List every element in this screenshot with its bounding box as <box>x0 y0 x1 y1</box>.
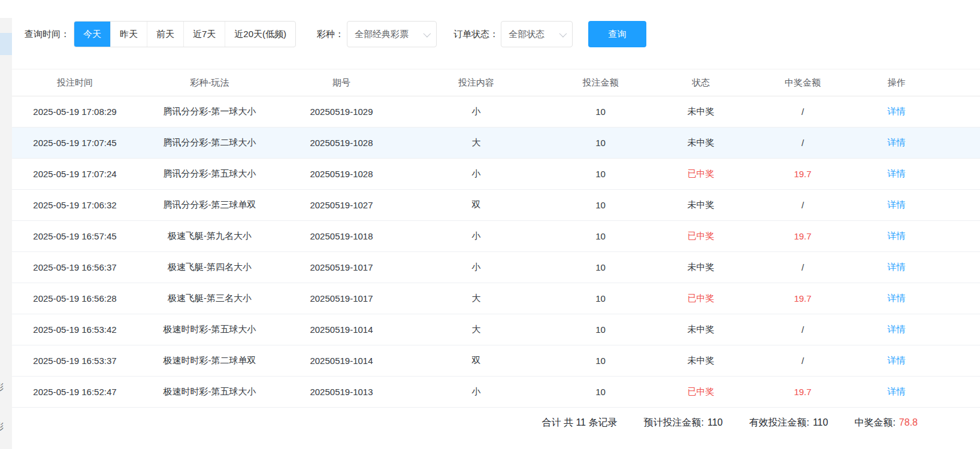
cell-issue-number: 20250519-1014 <box>310 356 373 366</box>
cell-prize: / <box>801 324 804 335</box>
cell-bet-time: 2025-05-19 17:06:32 <box>33 200 116 210</box>
table-row: 2025-05-19 16:57:45极速飞艇-第九名大小20250519-10… <box>12 221 980 252</box>
cell-lottery-play: 极速时时彩-第二球单双 <box>164 355 256 365</box>
cell-issue-number: 20250519-1018 <box>310 231 373 241</box>
cell-bet-time: 2025-05-19 16:56:28 <box>33 293 116 304</box>
time-filter-option[interactable]: 近7天 <box>183 22 225 47</box>
cell-bet-time: 2025-05-19 17:07:24 <box>33 169 116 179</box>
cell-lottery-play: 极速时时彩-第五球大小 <box>164 386 256 396</box>
cell-lottery-play: 极速飞艇-第九名大小 <box>168 230 252 241</box>
query-button[interactable]: 查询 <box>588 21 646 47</box>
cell-lottery-play: 极速飞艇-第四名大小 <box>168 262 252 272</box>
cell-bet-content: 小 <box>472 230 481 241</box>
cell-lottery-play: 极速飞艇-第三名大小 <box>168 293 252 303</box>
cell-issue-number: 20250519-1014 <box>310 324 373 335</box>
cell-issue-number: 20250519-1029 <box>310 107 373 117</box>
summary-total: 合计 共 11 条记录 <box>542 417 618 429</box>
summary-expected: 预计投注金额:110 <box>643 417 722 429</box>
summary-value: 110 <box>813 417 828 427</box>
cell-status: 未中奖 <box>688 106 715 116</box>
cell-bet-content: 小 <box>472 262 481 272</box>
cell-status: 已中奖 <box>688 293 715 303</box>
cell-status: 未中奖 <box>688 137 715 147</box>
main-content: 查询时间： 今天昨天前天近7天近20天(低频) 彩种： 全部经典彩票 订单状态：… <box>12 18 980 438</box>
sidebar-active-item-fragment[interactable] <box>0 33 12 55</box>
cell-bet-content: 双 <box>472 355 481 365</box>
sidebar-item-fragment[interactable]: 彩 <box>0 380 12 393</box>
cell-bet-amount: 10 <box>595 169 606 179</box>
sidebar-item-fragment[interactable]: 彩 <box>0 420 12 433</box>
detail-link[interactable]: 详情 <box>888 230 906 241</box>
detail-link[interactable]: 详情 <box>888 262 906 272</box>
cell-issue-number: 20250519-1027 <box>310 200 373 210</box>
column-header: 彩种-玩法 <box>138 69 282 96</box>
order-status-value: 全部状态 <box>509 29 545 40</box>
cell-bet-content: 小 <box>472 168 481 178</box>
detail-link[interactable]: 详情 <box>888 355 906 365</box>
time-filter-option[interactable]: 昨天 <box>110 22 147 47</box>
cell-bet-content: 大 <box>472 324 481 334</box>
table-row: 2025-05-19 16:53:37极速时时彩-第二球单双20250519-1… <box>12 345 980 377</box>
cell-prize: 19.7 <box>794 293 811 304</box>
table-row: 2025-05-19 17:07:24腾讯分分彩-第五球大小20250519-1… <box>12 159 980 190</box>
cell-status: 未中奖 <box>688 355 715 365</box>
cell-issue-number: 20250519-1028 <box>310 169 373 179</box>
cell-bet-amount: 10 <box>595 231 606 241</box>
summary-valid: 有效投注金额:110 <box>749 417 828 429</box>
time-filter-option[interactable]: 近20天(低频) <box>225 22 295 47</box>
cell-bet-time: 2025-05-19 17:07:45 <box>33 138 116 148</box>
cell-lottery-play: 腾讯分分彩-第三球单双 <box>164 199 256 210</box>
cell-issue-number: 20250519-1028 <box>310 138 373 148</box>
detail-link[interactable]: 详情 <box>888 168 906 178</box>
cell-bet-time: 2025-05-19 16:53:42 <box>33 324 116 335</box>
lottery-type-value: 全部经典彩票 <box>355 29 409 40</box>
collapsed-sidebar: 彩 彩 <box>0 18 12 449</box>
cell-bet-amount: 10 <box>595 387 606 397</box>
cell-bet-content: 大 <box>472 293 481 303</box>
column-header: 中奖金额 <box>752 69 854 96</box>
detail-link[interactable]: 详情 <box>888 324 906 334</box>
cell-bet-content: 小 <box>472 386 481 396</box>
order-status-select[interactable]: 全部状态 <box>501 21 573 47</box>
time-filter-option[interactable]: 今天 <box>74 22 110 47</box>
lottery-type-select[interactable]: 全部经典彩票 <box>347 21 437 47</box>
time-filter-option[interactable]: 前天 <box>147 22 183 47</box>
cell-bet-amount: 10 <box>595 324 606 335</box>
table-row: 2025-05-19 16:53:42极速时时彩-第五球大小20250519-1… <box>12 314 980 345</box>
filter-bar: 查询时间： 今天昨天前天近7天近20天(低频) 彩种： 全部经典彩票 订单状态：… <box>12 20 980 48</box>
table-row: 2025-05-19 16:52:47极速时时彩-第五球大小20250519-1… <box>12 377 980 408</box>
cell-bet-time: 2025-05-19 16:52:47 <box>33 387 116 397</box>
detail-link[interactable]: 详情 <box>888 199 906 210</box>
cell-prize: 19.7 <box>794 169 811 179</box>
cell-issue-number: 20250519-1013 <box>310 387 373 397</box>
detail-link[interactable]: 详情 <box>888 293 906 303</box>
chevron-down-icon <box>424 29 431 37</box>
summary-bar: 合计 共 11 条记录 预计投注金额:110 有效投注金额:110 中奖金额:7… <box>12 408 980 438</box>
detail-link[interactable]: 详情 <box>888 386 906 396</box>
cell-status: 已中奖 <box>688 168 715 178</box>
cell-bet-content: 双 <box>472 199 481 210</box>
column-header: 操作 <box>854 69 939 96</box>
time-range-group: 今天昨天前天近7天近20天(低频) <box>74 21 296 47</box>
column-header: 期号 <box>282 69 401 96</box>
cell-lottery-play: 腾讯分分彩-第五球大小 <box>164 168 256 178</box>
cell-bet-content: 小 <box>472 106 481 116</box>
summary-label: 预计投注金额: <box>643 417 703 427</box>
detail-link[interactable]: 详情 <box>888 137 906 147</box>
table-row: 2025-05-19 17:06:32腾讯分分彩-第三球单双20250519-1… <box>12 190 980 221</box>
cell-bet-time: 2025-05-19 16:57:45 <box>33 231 116 241</box>
cell-bet-time: 2025-05-19 17:08:29 <box>33 107 116 117</box>
detail-link[interactable]: 详情 <box>888 106 906 116</box>
cell-bet-amount: 10 <box>595 107 606 117</box>
column-header: 状态 <box>650 69 752 96</box>
table-body: 2025-05-19 17:08:29腾讯分分彩-第一球大小20250519-1… <box>12 96 980 408</box>
cell-bet-amount: 10 <box>595 262 606 272</box>
cell-bet-time: 2025-05-19 16:53:37 <box>33 356 116 366</box>
summary-value: 110 <box>707 417 723 427</box>
betting-records-page: 彩 彩 查询时间： 今天昨天前天近7天近20天(低频) 彩种： 全部经典彩票 订… <box>0 0 980 449</box>
cell-lottery-play: 腾讯分分彩-第一球大小 <box>164 106 256 116</box>
cell-prize: / <box>801 200 804 210</box>
cell-prize: / <box>801 356 804 366</box>
chevron-down-icon <box>559 29 567 37</box>
cell-bet-content: 大 <box>472 137 481 147</box>
